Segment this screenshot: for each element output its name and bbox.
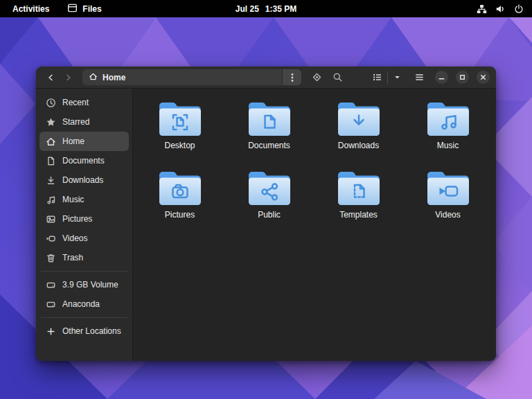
home-breadcrumb-icon: [89, 72, 98, 83]
videos-icon: [46, 233, 56, 244]
search-icon: [332, 71, 344, 83]
path-bar[interactable]: Home: [82, 69, 301, 85]
forward-button[interactable]: [60, 69, 77, 86]
downloads-icon: [46, 175, 56, 186]
hamburger-menu-icon: [414, 71, 425, 83]
path-label: Home: [103, 73, 125, 82]
top-bar: Activities Files Jul 25 1:35 PM: [0, 0, 532, 17]
app-menu-label: Files: [82, 4, 101, 14]
sidebar-item-documents[interactable]: Documents: [39, 151, 129, 170]
starred-icon: [46, 117, 56, 127]
folder-item-public[interactable]: Public: [231, 168, 308, 238]
search-button[interactable]: [329, 69, 346, 86]
folder-item-pictures[interactable]: Pictures: [141, 168, 219, 238]
sidebar-item-anaconda[interactable]: Anaconda: [39, 294, 129, 314]
folder-item-music[interactable]: Music: [409, 99, 487, 168]
folder-item-downloads[interactable]: Downloads: [320, 99, 398, 168]
network-icon: [477, 4, 487, 14]
window-controls: [435, 71, 490, 84]
files-window: Home: [36, 66, 496, 361]
file-grid[interactable]: Desktop Documents: [133, 89, 496, 361]
sidebar-item-other-locations[interactable]: Other Locations: [39, 321, 129, 341]
menu-button[interactable]: [411, 69, 427, 86]
downloads-folder-icon: [337, 99, 381, 139]
sidebar-item-downloads[interactable]: Downloads: [39, 170, 129, 190]
folder-item-templates[interactable]: Templates: [320, 168, 398, 238]
drive-icon: [46, 299, 56, 310]
pictures-folder-icon: [158, 168, 202, 209]
clock-time: 1:35 PM: [265, 4, 296, 14]
sidebar: Recent Starred Home: [36, 89, 133, 361]
chevron-down-icon: [393, 73, 402, 82]
back-button[interactable]: [42, 69, 59, 86]
documents-icon: [46, 156, 56, 166]
music-icon: [46, 195, 56, 205]
folder-item-desktop[interactable]: Desktop: [141, 99, 219, 168]
close-icon: [479, 73, 487, 81]
volume-icon: [495, 4, 506, 14]
system-tray[interactable]: [477, 0, 524, 17]
documents-folder-icon: [247, 99, 292, 139]
recent-icon: [46, 98, 56, 108]
clock-date: Jul 25: [236, 4, 259, 14]
sidebar-item-videos[interactable]: Videos: [39, 229, 129, 248]
sidebar-item-starred[interactable]: Starred: [39, 112, 129, 132]
power-icon: [514, 4, 524, 14]
home-icon: [46, 136, 56, 147]
path-menu-button[interactable]: [282, 69, 301, 85]
music-folder-icon: [426, 99, 470, 139]
sidebar-item-recent[interactable]: Recent: [39, 93, 129, 112]
location-button[interactable]: [308, 69, 325, 86]
desktop-folder-icon: [158, 99, 202, 139]
trash-icon: [46, 253, 56, 263]
folder-item-documents[interactable]: Documents: [231, 99, 308, 168]
view-options-button[interactable]: [390, 69, 404, 86]
files-app-icon: [67, 3, 78, 15]
minimize-icon: [438, 73, 445, 81]
header-bar: Home: [36, 66, 496, 89]
activities-button[interactable]: Activities: [12, 4, 49, 14]
sidebar-item-music[interactable]: Music: [39, 190, 129, 209]
folder-item-videos[interactable]: Videos: [409, 168, 487, 238]
view-switcher: [369, 69, 404, 86]
maximize-button[interactable]: [456, 71, 469, 84]
list-view-icon: [371, 71, 383, 83]
sidebar-separator: [41, 317, 127, 318]
minimize-button[interactable]: [435, 71, 448, 84]
templates-folder-icon: [337, 168, 381, 209]
sidebar-item-pictures[interactable]: Pictures: [39, 209, 129, 229]
desktop-screen: Activities Files Jul 25 1:35 PM: [0, 0, 532, 399]
location-target-icon: [311, 71, 323, 83]
sidebar-separator: [41, 271, 127, 272]
view-list-button[interactable]: [369, 69, 385, 86]
public-folder-icon: [247, 168, 292, 209]
pictures-icon: [46, 214, 56, 224]
sidebar-item-trash[interactable]: Trash: [39, 248, 129, 267]
plus-icon: [46, 326, 56, 337]
drive-icon: [46, 280, 56, 290]
videos-folder-icon: [426, 168, 470, 209]
maximize-icon: [459, 73, 466, 81]
clock-button[interactable]: Jul 25 1:35 PM: [236, 4, 296, 14]
sidebar-item-home[interactable]: Home: [39, 132, 129, 151]
sidebar-item-volume[interactable]: 3.9 GB Volume: [39, 275, 129, 294]
close-button[interactable]: [477, 71, 490, 84]
app-menu-button[interactable]: Files: [67, 3, 101, 15]
